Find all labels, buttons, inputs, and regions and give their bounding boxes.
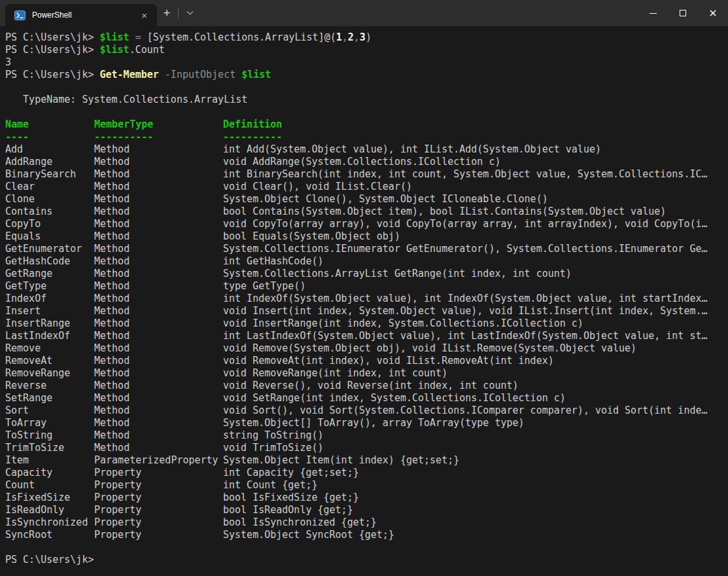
terminal-content[interactable]: PS C:\Users\jk> $list = [System.Collecti… xyxy=(0,26,728,576)
close-button[interactable]: × xyxy=(698,0,728,26)
table-row: ClearMethodvoid Clear(), void IList.Clea… xyxy=(5,181,728,193)
terminal-line: PS C:\Users\jk> $list.Count xyxy=(5,44,728,56)
table-row: ToStringMethodstring ToString() xyxy=(5,429,728,442)
table-row: CapacityPropertyint Capacity {get;set;} xyxy=(5,467,728,479)
powershell-icon xyxy=(14,10,26,20)
table-row: GetHashCodeMethodint GetHashCode() xyxy=(5,255,728,268)
table-row: SortMethodvoid Sort(), void Sort(System.… xyxy=(5,405,728,417)
minimize-button[interactable] xyxy=(638,0,668,26)
member-table: NameMemberTypeDefinition----------------… xyxy=(5,118,728,541)
terminal-line: TypeName: System.Collections.ArrayList xyxy=(5,94,728,106)
table-underline-row: ------------------------ xyxy=(5,131,728,143)
table-row: CloneMethodSystem.Object Clone(), System… xyxy=(5,193,728,206)
tab-powershell[interactable]: PowerShell × xyxy=(5,4,157,26)
table-row: InsertMethodvoid Insert(int index, Syste… xyxy=(5,305,728,317)
table-row: IsSynchronizedPropertybool IsSynchronize… xyxy=(5,516,728,529)
table-row: SyncRootPropertySystem.Object SyncRoot {… xyxy=(5,529,728,541)
table-row: TrimToSizeMethodvoid TrimToSize() xyxy=(5,442,728,454)
table-row: ItemParameterizedPropertySystem.Object I… xyxy=(5,454,728,467)
terminal-line: PS C:\Users\jk> Get-Member -InputObject … xyxy=(5,69,728,81)
table-row: GetTypeMethodtype GetType() xyxy=(5,280,728,293)
table-row: AddRangeMethodvoid AddRange(System.Colle… xyxy=(5,156,728,168)
terminal-line xyxy=(5,106,728,118)
table-row: ContainsMethodbool Contains(System.Objec… xyxy=(5,206,728,218)
table-row: CountPropertyint Count {get;} xyxy=(5,479,728,492)
minimize-icon xyxy=(650,13,657,14)
terminal-line xyxy=(5,81,728,94)
table-row: InsertRangeMethodvoid InsertRange(int in… xyxy=(5,317,728,330)
table-row: IndexOfMethodint IndexOf(System.Object v… xyxy=(5,293,728,305)
terminal-line: PS C:\Users\jk> $list = [System.Collecti… xyxy=(5,31,728,44)
chevron-down-icon xyxy=(186,8,193,14)
command-history: PS C:\Users\jk> $list = [System.Collecti… xyxy=(5,31,728,118)
tab-title: PowerShell xyxy=(32,10,131,20)
terminal-line: PS C:\Users\jk> xyxy=(5,554,728,566)
table-header-row: NameMemberTypeDefinition xyxy=(5,118,728,131)
table-row: GetEnumeratorMethodSystem.Collections.IE… xyxy=(5,243,728,255)
table-row: BinarySearchMethodint BinarySearch(int i… xyxy=(5,168,728,181)
close-icon: × xyxy=(708,8,717,18)
table-row: GetRangeMethodSystem.Collections.ArrayLi… xyxy=(5,268,728,280)
terminal-line xyxy=(5,541,728,554)
trailing-prompt: PS C:\Users\jk> xyxy=(5,541,728,566)
table-row: AddMethodint Add(System.Object value), i… xyxy=(5,143,728,156)
table-row: ReverseMethodvoid Reverse(), void Revers… xyxy=(5,380,728,392)
table-row: EqualsMethodbool Equals(System.Object ob… xyxy=(5,230,728,243)
table-row: CopyToMethodvoid CopyTo(array array), vo… xyxy=(5,218,728,230)
table-row: IsFixedSizePropertybool IsFixedSize {get… xyxy=(5,492,728,504)
table-row: RemoveMethodvoid Remove(System.Object ob… xyxy=(5,342,728,355)
maximize-button[interactable] xyxy=(668,0,698,26)
new-tab-button[interactable]: + xyxy=(157,4,177,22)
maximize-icon xyxy=(680,10,686,16)
tab-bar-separator xyxy=(178,8,179,18)
table-row: LastIndexOfMethodint LastIndexOf(System.… xyxy=(5,330,728,342)
caption-buttons: × xyxy=(638,0,728,26)
table-row: RemoveAtMethodvoid RemoveAt(int index), … xyxy=(5,355,728,367)
table-row: ToArrayMethodSystem.Object[] ToArray(), … xyxy=(5,417,728,429)
titlebar: PowerShell × + × xyxy=(0,0,728,26)
terminal-window: PowerShell × + × PS C:\Users\jk> $list =… xyxy=(0,0,728,576)
table-row: SetRangeMethodvoid SetRange(int index, S… xyxy=(5,392,728,405)
tab-close-icon[interactable]: × xyxy=(138,9,150,22)
table-row: IsReadOnlyPropertybool IsReadOnly {get;} xyxy=(5,504,728,516)
terminal-line: 3 xyxy=(5,56,728,69)
table-row: RemoveRangeMethodvoid RemoveRange(int in… xyxy=(5,367,728,380)
tab-dropdown-button[interactable] xyxy=(180,4,199,22)
